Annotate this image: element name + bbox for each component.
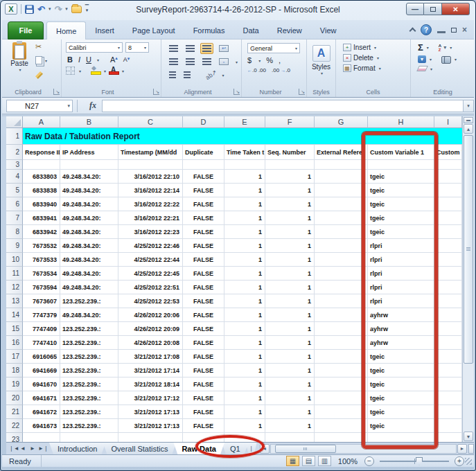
row-header[interactable]: 6	[6, 197, 23, 211]
cell[interactable]: 7673532	[23, 239, 60, 253]
cell[interactable]: 3/16/2012 22:22	[118, 197, 183, 211]
scroll-down-icon[interactable]: ▼	[464, 432, 473, 441]
expand-formula-bar-icon[interactable]: ▾	[463, 100, 474, 112]
cell[interactable]	[434, 377, 462, 391]
fx-icon[interactable]: fx	[89, 100, 96, 111]
cell[interactable]	[315, 281, 368, 294]
resize-grip[interactable]	[465, 458, 472, 465]
cell[interactable]	[315, 160, 368, 170]
comma-button[interactable]: ,	[279, 56, 281, 64]
cell[interactable]: 123.252.239.:	[60, 405, 118, 419]
insert-cells-button[interactable]: +Insert▾	[343, 44, 381, 51]
cell[interactable]: 6941669	[23, 364, 60, 377]
cell[interactable]	[315, 170, 368, 184]
tab-home[interactable]: Home	[46, 21, 86, 39]
cell[interactable]: 1	[224, 405, 265, 419]
cell[interactable]: FALSE	[183, 253, 224, 267]
cell[interactable]: 1	[224, 225, 265, 239]
paste-dropdown-icon[interactable]: ▾	[8, 67, 33, 72]
cell[interactable]: tgeic	[368, 225, 434, 239]
tab-split-handle[interactable]	[468, 444, 474, 454]
cell[interactable]	[434, 336, 462, 350]
fill-icon[interactable]: ▼	[418, 55, 426, 63]
cell[interactable]	[315, 377, 368, 391]
row-header[interactable]: 16	[6, 336, 23, 350]
cell[interactable]: 1	[265, 322, 315, 336]
cell[interactable]: tgeic	[368, 350, 434, 364]
cell[interactable]: 1	[224, 419, 265, 433]
cell[interactable]	[434, 391, 462, 405]
tab-page-layout[interactable]: Page Layout	[123, 21, 184, 39]
cell[interactable]: 1	[224, 170, 265, 184]
cell[interactable]	[434, 267, 462, 281]
cell[interactable]: tgeic	[368, 391, 434, 405]
cell[interactable]: 3/21/2012 18:14	[118, 377, 183, 391]
cell[interactable]: rlpri	[368, 253, 434, 267]
column-header-F[interactable]: F	[265, 116, 315, 128]
column-header-A[interactable]: A	[23, 116, 60, 128]
cell[interactable]	[224, 433, 265, 442]
cell[interactable]: tgeic	[368, 364, 434, 377]
cell[interactable]: FALSE	[183, 239, 224, 253]
cell[interactable]: 6833940	[23, 197, 60, 211]
font-color-icon[interactable]: A	[109, 66, 118, 75]
normal-view-button[interactable]: ▦	[286, 456, 299, 466]
cell[interactable]	[315, 419, 368, 433]
merge-center-button[interactable]: ▫	[217, 56, 231, 67]
row-header[interactable]: 14	[6, 308, 23, 322]
cell[interactable]: FALSE	[183, 184, 224, 197]
cell[interactable]: tgeic	[368, 184, 434, 197]
cell[interactable]: FALSE	[183, 322, 224, 336]
cell[interactable]: FALSE	[183, 211, 224, 225]
cell[interactable]	[183, 160, 224, 170]
cell[interactable]	[434, 281, 462, 294]
clipboard-dialog-launcher-icon[interactable]: ↘	[53, 89, 60, 95]
borders-icon[interactable]	[66, 66, 75, 75]
row-header[interactable]: 11	[6, 267, 23, 281]
cell[interactable]	[434, 433, 462, 442]
row-header[interactable]: 23	[6, 433, 23, 442]
horizontal-scrollbar[interactable]: ◄ ►	[260, 443, 474, 454]
cell[interactable]: 6916065	[23, 350, 60, 364]
cell[interactable]	[315, 433, 368, 442]
sheet-tab-overall-statistics[interactable]: Overall Statistics	[103, 443, 176, 454]
column-title-cell[interactable]: Custom Variable 1	[368, 145, 434, 160]
cell[interactable]	[315, 253, 368, 267]
tab-review[interactable]: Review	[268, 21, 311, 39]
row-header[interactable]: 3	[6, 160, 23, 170]
column-title-cell[interactable]: IP Address	[60, 145, 118, 160]
row-header[interactable]: 17	[6, 350, 23, 364]
cell[interactable]	[434, 225, 462, 239]
zoom-out-button[interactable]: −	[364, 456, 374, 466]
tab-data[interactable]: Data	[233, 21, 267, 39]
cell[interactable]: FALSE	[183, 225, 224, 239]
find-select-icon[interactable]	[441, 56, 451, 62]
name-box-dropdown-icon[interactable]: ▾	[67, 103, 70, 109]
row-header[interactable]: 18	[6, 364, 23, 377]
cell[interactable]: 49.248.34.20:	[60, 170, 118, 184]
cell[interactable]	[368, 160, 434, 170]
cell[interactable]: tgeic	[368, 419, 434, 433]
cell[interactable]: FALSE	[183, 377, 224, 391]
copy-icon[interactable]	[35, 56, 42, 64]
cell[interactable]	[118, 160, 183, 170]
cell[interactable]: ayhrw	[368, 308, 434, 322]
cell[interactable]	[23, 160, 60, 170]
font-size-select[interactable]: 8▾	[125, 42, 149, 53]
cut-icon[interactable]: ✂	[35, 42, 42, 51]
zoom-slider-thumb[interactable]	[416, 457, 423, 465]
font-dialog-launcher-icon[interactable]: ↘	[153, 89, 159, 95]
cell[interactable]	[265, 160, 315, 170]
cell[interactable]: 1	[224, 281, 265, 294]
cell[interactable]: 6941673	[23, 419, 60, 433]
tab-insert[interactable]: Insert	[86, 21, 123, 39]
cell[interactable]	[434, 294, 462, 308]
cell[interactable]: 3/16/2012 22:21	[118, 211, 183, 225]
cell[interactable]: 7673534	[23, 267, 60, 281]
row-header[interactable]: 10	[6, 253, 23, 267]
cell[interactable]: tgeic	[368, 197, 434, 211]
cell[interactable]: 1	[265, 253, 315, 267]
cell[interactable]: 1	[265, 267, 315, 281]
column-title-cell[interactable]: Seq. Number	[265, 145, 315, 160]
cell[interactable]: 6941670	[23, 377, 60, 391]
